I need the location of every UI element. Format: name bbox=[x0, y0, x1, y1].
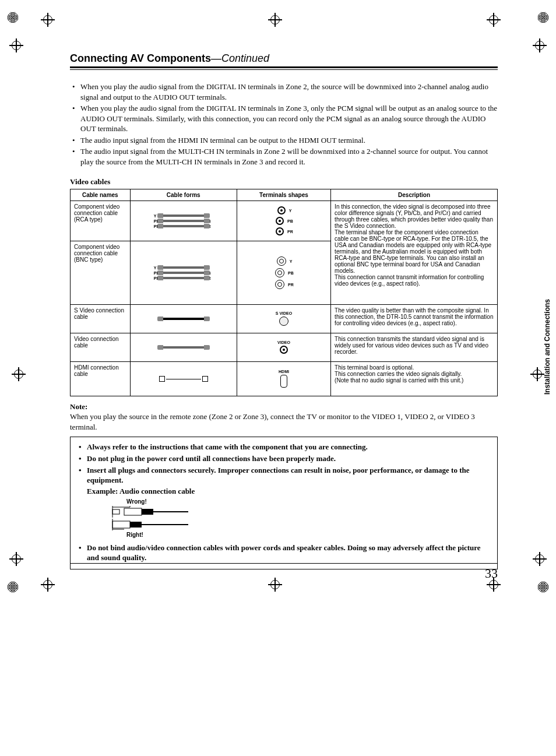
bullet-item: When you play the audio signal from the … bbox=[80, 82, 498, 102]
th-description: Description bbox=[331, 189, 498, 201]
cable-form-cell bbox=[130, 305, 237, 333]
warning-item: Always refer to the instructions that ca… bbox=[87, 442, 490, 452]
table-row: Component video connection cable (RCA ty… bbox=[71, 201, 498, 241]
terminal-shape-cell: Y PB PR bbox=[237, 241, 330, 305]
cable-name-cell: Video connection cable bbox=[71, 333, 131, 362]
cable-form-cell bbox=[130, 333, 237, 362]
footer-rule bbox=[70, 563, 498, 564]
rca-component-cable-icon: YY PBPB PRPR bbox=[134, 203, 233, 238]
wrong-label: Wrong! bbox=[126, 498, 147, 505]
intro-bullets: When you play the audio signal from the … bbox=[70, 82, 498, 167]
cable-name-cell: HDMI connection cable bbox=[71, 362, 131, 396]
video-cables-table: Cable names Cable forms Terminals shapes… bbox=[70, 189, 498, 396]
bullet-item: When you play the audio signal from the … bbox=[80, 103, 498, 134]
bnc-terminal-icon: Y PB PR bbox=[241, 244, 327, 302]
cable-form-cell: YY PBPB PRPR bbox=[130, 241, 237, 305]
rule-thin bbox=[70, 69, 498, 70]
description-cell: The video quality is better than with th… bbox=[331, 305, 498, 333]
warning-item: Do not plug in the power cord until all … bbox=[87, 453, 490, 464]
warning-item: Insert all plugs and connectors securely… bbox=[87, 465, 490, 486]
terminal-shape-cell: S VIDEO bbox=[237, 305, 330, 333]
th-cable-names: Cable names bbox=[71, 189, 131, 201]
description-cell: In this connection, the video signal is … bbox=[331, 201, 498, 305]
composite-cable-icon bbox=[134, 336, 233, 359]
cable-name-cell: Component video connection cable (BNC ty… bbox=[71, 241, 131, 305]
wrong-plug-icon bbox=[101, 506, 188, 518]
th-terminal-shapes: Terminals shapes bbox=[237, 189, 330, 201]
table-row: S Video connection cable S VIDEO The vid… bbox=[71, 305, 498, 333]
svg-rect-2 bbox=[124, 508, 142, 515]
bnc-component-cable-icon: YY PBPB PRPR bbox=[134, 244, 233, 302]
bullet-item: The audio input signal from the HDMI IN … bbox=[80, 135, 498, 146]
description-cell: This connection transmits the standard v… bbox=[331, 333, 498, 362]
bullet-item: The audio input signal from the MULTI-CH… bbox=[80, 146, 498, 167]
rca-terminal-icon: Y PB PR bbox=[241, 203, 327, 238]
cable-name-cell: S Video connection cable bbox=[71, 305, 131, 333]
svideo-cable-icon bbox=[134, 307, 233, 330]
heading-suffix: —Continued bbox=[211, 52, 269, 64]
description-cell: This terminal board is optional. This co… bbox=[331, 362, 498, 396]
page-heading: Connecting AV Components—Continued bbox=[70, 52, 498, 65]
warning-box: Always refer to the instructions that ca… bbox=[70, 437, 498, 569]
terminal-shape-cell: Y PB PR bbox=[237, 201, 330, 241]
th-cable-forms: Cable forms bbox=[130, 189, 237, 201]
heading-title: Connecting AV Components bbox=[70, 52, 211, 64]
connection-example-diagram: Wrong! bbox=[101, 498, 490, 538]
page-number: 33 bbox=[485, 566, 498, 581]
hdmi-terminal-icon: HDMI bbox=[241, 364, 327, 393]
svideo-terminal-icon: S VIDEO bbox=[241, 307, 327, 330]
svg-rect-3 bbox=[142, 509, 153, 515]
cable-name-cell: Component video connection cable (RCA ty… bbox=[71, 201, 131, 241]
video-cables-heading: Video cables bbox=[70, 177, 498, 187]
table-row: HDMI connection cable HDMI bbox=[71, 362, 498, 396]
table-row: Video connection cable VIDEO This connec… bbox=[71, 333, 498, 362]
rule-thick bbox=[70, 66, 498, 68]
cable-form-cell: YY PBPB PRPR bbox=[130, 201, 237, 241]
right-plug-icon bbox=[101, 519, 188, 530]
hdmi-cable-icon bbox=[134, 364, 233, 393]
composite-terminal-icon: VIDEO bbox=[241, 336, 327, 359]
warning-item: Do not bind audio/video connection cable… bbox=[87, 543, 490, 563]
svg-rect-1 bbox=[112, 509, 119, 514]
note-text: When you play the source in the remote z… bbox=[70, 412, 498, 432]
svg-rect-8 bbox=[130, 522, 142, 528]
example-label: Example: Audio connection cable bbox=[87, 487, 490, 496]
terminal-shape-cell: VIDEO bbox=[237, 333, 330, 362]
svg-rect-7 bbox=[112, 521, 130, 528]
terminal-shape-cell: HDMI bbox=[237, 362, 330, 396]
note-label: Note: bbox=[70, 402, 498, 412]
right-label: Right! bbox=[126, 532, 143, 538]
cable-form-cell bbox=[130, 362, 237, 396]
